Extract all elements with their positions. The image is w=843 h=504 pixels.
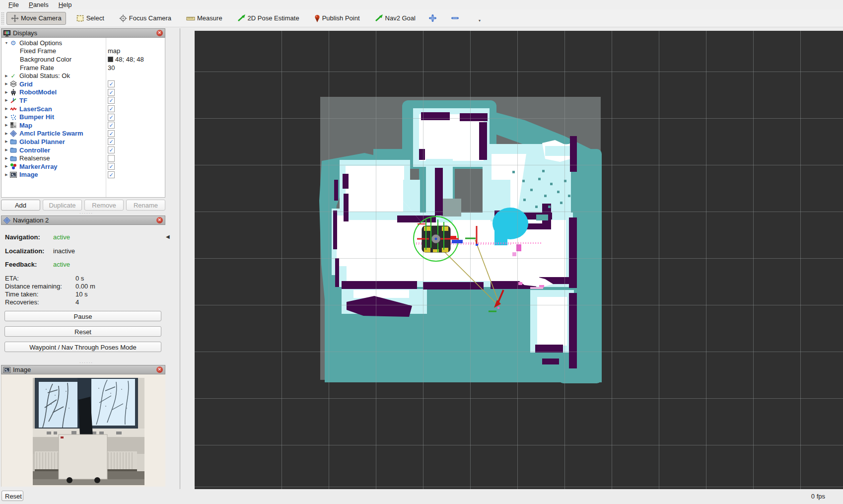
laserscan-checkbox[interactable]: [108, 105, 115, 112]
move-camera-icon: [11, 14, 19, 22]
tree-row-markerarray[interactable]: ▶ MarkerArray: [1, 162, 165, 171]
tree-row-background-color[interactable]: Background Color 48; 48; 48: [1, 55, 165, 64]
expander-icon[interactable]: ▶: [3, 173, 9, 177]
focus-camera-icon: [119, 14, 127, 22]
map-icon: [9, 122, 17, 129]
expander-icon[interactable]: ▶: [3, 156, 9, 160]
distance-remaining-row: Distance remaining: 0.00 m: [5, 283, 161, 290]
time-taken-value: 10 s: [75, 290, 88, 298]
tf-icon: [9, 97, 17, 104]
background-color-value[interactable]: 48; 48; 48: [108, 56, 144, 63]
expander-icon[interactable]: ▶: [3, 82, 9, 86]
tree-row-realsense[interactable]: ▶ Realsense: [1, 154, 165, 162]
diamond-icon: [9, 130, 17, 137]
waypoint-mode-button[interactable]: Waypoint / Nav Through Poses Mode: [4, 342, 161, 352]
tree-row-global-options[interactable]: ▼ ⚙ Global Options: [1, 39, 165, 47]
rename-button[interactable]: Rename: [126, 200, 165, 211]
menu-file[interactable]: File: [4, 0, 23, 9]
collapse-arrow-icon[interactable]: ◀: [166, 234, 170, 239]
expander-icon[interactable]: ▶: [3, 164, 9, 168]
navigation-panel-body: Navigation: active Localization: inactiv…: [1, 225, 165, 363]
remove-button[interactable]: Remove: [84, 200, 124, 211]
frame-rate-value[interactable]: 30: [108, 64, 115, 72]
tree-row-laserscan[interactable]: ▶ LaserScan: [1, 105, 165, 113]
splitter-handle[interactable]: ······: [79, 360, 93, 365]
grid-checkbox[interactable]: [108, 80, 115, 87]
displays-tree: ▼ ⚙ Global Options Fixed Frame map Backg…: [1, 38, 165, 198]
nav-reset-button[interactable]: Reset: [4, 326, 161, 337]
remove-tool-button[interactable]: [448, 12, 462, 24]
expander-icon[interactable]: ▶: [3, 123, 9, 127]
expander-icon[interactable]: ▶: [3, 90, 9, 94]
tool-2d-pose-estimate[interactable]: 2D Pose Estimate: [233, 12, 304, 24]
tf-checkbox[interactable]: [108, 97, 115, 104]
navigation-panel: Navigation 2 ✕ Navigation: active Locali…: [1, 216, 165, 363]
3d-viewport[interactable]: [195, 31, 843, 489]
navigation-panel-title: Navigation 2: [13, 216, 49, 224]
displays-panel-header[interactable]: Displays ✕: [1, 28, 165, 38]
dock-separator[interactable]: [180, 28, 180, 489]
monitor-icon: [3, 30, 10, 37]
expander-icon[interactable]: ▶: [3, 74, 9, 78]
markerarray-checkbox[interactable]: [108, 163, 115, 170]
expander-icon[interactable]: ▶: [3, 132, 9, 136]
tool-select[interactable]: Select: [72, 12, 109, 25]
bumper-hit-checkbox[interactable]: [108, 114, 115, 121]
image-close-icon[interactable]: ✕: [156, 366, 163, 373]
tree-row-image[interactable]: ▶ Image: [1, 171, 165, 179]
folder-icon: [9, 146, 17, 153]
menu-help[interactable]: Help: [54, 0, 76, 9]
navigation-panel-header[interactable]: Navigation 2 ✕: [1, 216, 165, 225]
toolbar-extension-arrow[interactable]: ▾: [479, 18, 481, 23]
tree-row-global-planner[interactable]: ▶ Global Planner: [1, 138, 165, 146]
displays-panel: Displays ✕ ▼ ⚙ Global Options Fixed Fram…: [1, 28, 165, 198]
expander-icon[interactable]: ▶: [3, 148, 9, 152]
tool-measure[interactable]: Measure: [182, 12, 227, 24]
tree-row-bumper-hit[interactable]: ▶ Bumper Hit: [1, 113, 165, 121]
distance-remaining-value: 0.00 m: [75, 283, 95, 290]
realsense-checkbox[interactable]: [108, 155, 115, 162]
navigation-close-icon[interactable]: ✕: [156, 217, 163, 223]
statusbar-reset-button[interactable]: Reset: [1, 491, 23, 501]
tool-label: Select: [86, 14, 104, 22]
expander-icon[interactable]: ▶: [3, 107, 9, 111]
tree-row-controller[interactable]: ▶ Controller: [1, 146, 165, 154]
localization-status-value: inactive: [53, 247, 75, 255]
toolbar-drag-handle[interactable]: [1, 12, 4, 25]
tree-row-robotmodel[interactable]: ▶ RobotModel: [1, 88, 165, 97]
tree-row-map[interactable]: ▶ Map: [1, 121, 165, 130]
controller-checkbox[interactable]: [108, 146, 115, 153]
tree-row-amcl-particle-swarm[interactable]: ▶ Amcl Particle Swarm: [1, 130, 165, 138]
tree-row-grid[interactable]: ▶ Grid: [1, 80, 165, 88]
tool-focus-camera[interactable]: Focus Camera: [115, 12, 176, 25]
tree-row-tf[interactable]: ▶ TF: [1, 96, 165, 105]
add-button[interactable]: Add: [1, 200, 40, 211]
fixed-frame-value[interactable]: map: [108, 47, 120, 55]
tool-label: Nav2 Goal: [385, 14, 416, 22]
expander-icon[interactable]: ▶: [3, 98, 9, 102]
tree-row-global-status[interactable]: ▶ ✓ Global Status: Ok: [1, 72, 165, 80]
global-planner-checkbox[interactable]: [108, 138, 115, 145]
expander-icon[interactable]: ▼: [3, 41, 9, 45]
add-tool-button[interactable]: [426, 12, 439, 24]
publish-point-icon: [314, 14, 320, 22]
tree-row-fixed-frame[interactable]: Fixed Frame map: [1, 47, 165, 56]
eta-value: 0 s: [75, 275, 84, 282]
expander-icon[interactable]: ▶: [3, 115, 9, 119]
robotmodel-checkbox[interactable]: [108, 89, 115, 96]
tool-nav2-goal[interactable]: Nav2 Goal: [370, 12, 420, 24]
amcl-checkbox[interactable]: [108, 130, 115, 137]
splitter-handle[interactable]: ······: [79, 211, 93, 216]
tool-label: 2D Pose Estimate: [248, 14, 299, 22]
menu-panels[interactable]: Panels: [24, 0, 53, 9]
image-panel-header[interactable]: Image ✕: [1, 365, 165, 374]
map-checkbox[interactable]: [108, 122, 115, 129]
tree-row-frame-rate[interactable]: Frame Rate 30: [1, 64, 165, 72]
image-checkbox[interactable]: [108, 171, 115, 178]
tool-publish-point[interactable]: Publish Point: [310, 12, 364, 25]
expander-icon[interactable]: ▶: [3, 140, 9, 144]
pause-button[interactable]: Pause: [4, 311, 161, 321]
duplicate-button[interactable]: Duplicate: [43, 200, 82, 211]
tool-move-camera[interactable]: Move Camera: [6, 12, 66, 25]
displays-close-icon[interactable]: ✕: [156, 30, 163, 36]
